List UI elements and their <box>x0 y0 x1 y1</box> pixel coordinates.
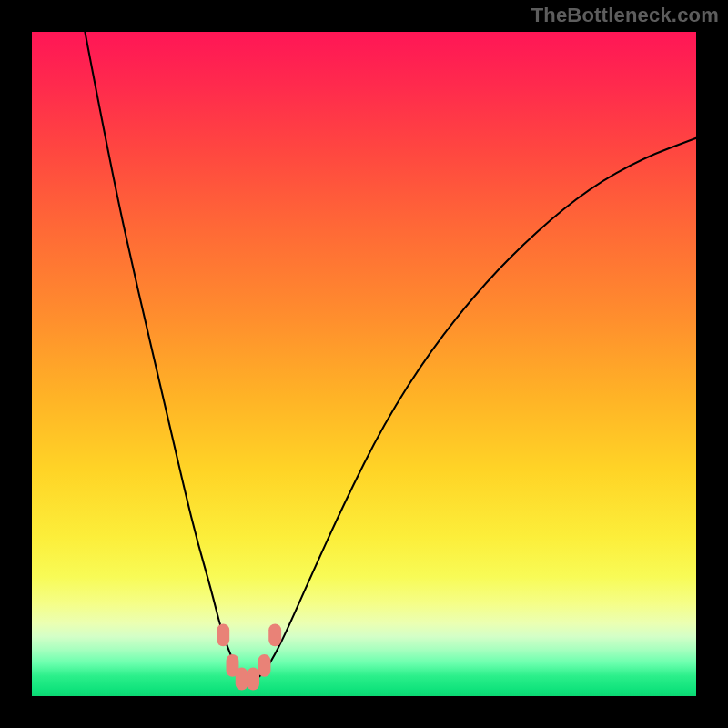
watermark-text: TheBottleneck.com <box>531 4 719 27</box>
trough-marker <box>258 654 271 677</box>
bottleneck-curve <box>85 32 696 680</box>
trough-markers <box>217 623 281 690</box>
trough-marker <box>217 623 229 646</box>
plot-area <box>32 32 696 696</box>
trough-marker <box>236 668 248 691</box>
trough-marker <box>247 668 259 691</box>
curve-svg <box>32 32 696 696</box>
chart-frame: TheBottleneck.com <box>0 0 728 728</box>
trough-marker <box>268 623 281 646</box>
